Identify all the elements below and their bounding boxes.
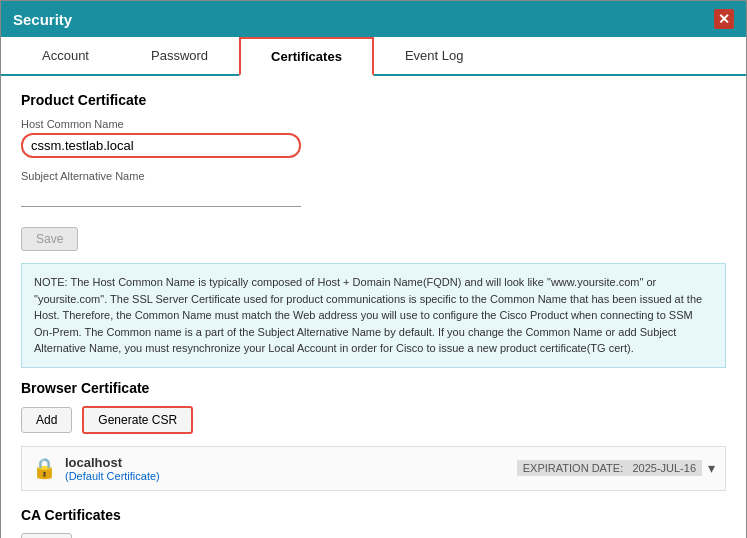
- tab-account[interactable]: Account: [11, 37, 120, 76]
- cert-left-info: 🔒 localhost (Default Certificate): [32, 455, 160, 482]
- subject-alt-name-input[interactable]: [21, 185, 301, 207]
- expiry-date: 2025-JUL-16: [632, 462, 696, 474]
- title-bar: Security ✕: [1, 1, 746, 37]
- browser-cert-add-button[interactable]: Add: [21, 407, 72, 433]
- generate-csr-button[interactable]: Generate CSR: [82, 406, 193, 434]
- chevron-down-icon[interactable]: ▾: [708, 460, 715, 476]
- expiry-label: EXPIRATION DATE: 2025-JUL-16: [517, 460, 702, 476]
- cert-default-label[interactable]: (Default Certificate): [65, 470, 160, 482]
- note-text: NOTE: The Host Common Name is typically …: [34, 276, 702, 354]
- host-common-name-group: Host Common Name: [21, 118, 726, 158]
- tab-bar: Account Password Certificates Event Log: [1, 37, 746, 76]
- host-common-name-input[interactable]: [21, 133, 301, 158]
- cert-expiry: EXPIRATION DATE: 2025-JUL-16 ▾: [517, 460, 715, 476]
- ca-cert-section: CA Certificates Add Description Subject …: [21, 507, 726, 539]
- ca-cert-title: CA Certificates: [21, 507, 726, 523]
- window-title: Security: [13, 11, 72, 28]
- security-window: Security ✕ Account Password Certificates…: [0, 0, 747, 538]
- ca-add-button[interactable]: Add: [21, 533, 72, 539]
- subject-alt-name-group: Subject Alternative Name: [21, 170, 726, 207]
- cert-row-localhost: 🔒 localhost (Default Certificate) EXPIRA…: [21, 446, 726, 491]
- tab-certificates[interactable]: Certificates: [239, 37, 374, 76]
- host-common-name-label: Host Common Name: [21, 118, 726, 130]
- cert-info: localhost (Default Certificate): [65, 455, 160, 482]
- save-button[interactable]: Save: [21, 227, 78, 251]
- close-button[interactable]: ✕: [714, 9, 734, 29]
- lock-icon: 🔒: [32, 456, 57, 480]
- content-area: Product Certificate Host Common Name Sub…: [1, 76, 746, 538]
- note-box: NOTE: The Host Common Name is typically …: [21, 263, 726, 368]
- tab-event-log[interactable]: Event Log: [374, 37, 495, 76]
- tab-password[interactable]: Password: [120, 37, 239, 76]
- subject-alt-name-label: Subject Alternative Name: [21, 170, 726, 182]
- browser-cert-title: Browser Certificate: [21, 380, 726, 396]
- cert-name: localhost: [65, 455, 160, 470]
- product-cert-title: Product Certificate: [21, 92, 726, 108]
- browser-cert-buttons: Add Generate CSR: [21, 406, 726, 434]
- browser-cert-section: Browser Certificate Add Generate CSR 🔒 l…: [21, 380, 726, 491]
